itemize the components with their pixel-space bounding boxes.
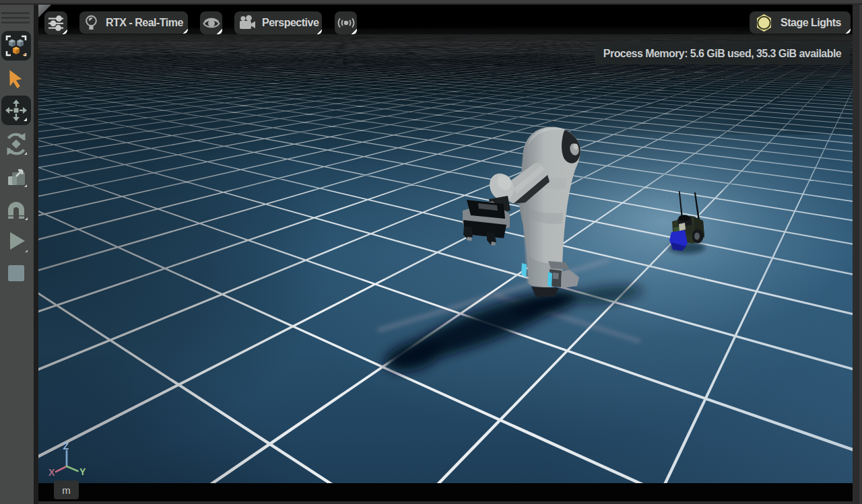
svg-text:X: X <box>48 467 55 478</box>
svg-text:Y: Y <box>79 466 86 477</box>
svg-text:Z: Z <box>63 441 69 452</box>
